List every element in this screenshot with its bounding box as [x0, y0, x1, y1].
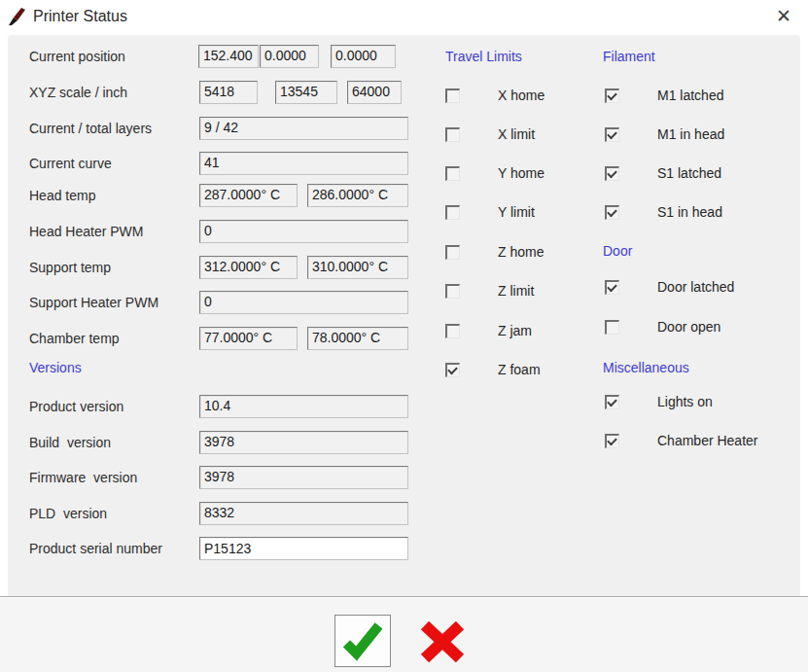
product-serial-number-input[interactable] [199, 537, 408, 560]
firmware-version-field: 3978 [199, 466, 408, 489]
product-version-label: Product version [29, 395, 123, 418]
checkbox[interactable] [605, 127, 619, 142]
checkbox-door-latched[interactable]: Door latched [605, 279, 734, 295]
checkbox[interactable] [605, 88, 619, 103]
checkbox-label: S1 in head [657, 204, 722, 220]
chamber-temp-label: Chamber temp [29, 327, 120, 350]
checkbox[interactable] [445, 363, 460, 377]
checkbox-door-open[interactable]: Door open [605, 319, 720, 335]
checkbox[interactable] [605, 320, 619, 335]
head-temp-label: Head temp [29, 184, 95, 207]
checkbox-label: S1 latched [657, 165, 721, 181]
row-pld-version: PLD version 8332 [8, 502, 455, 525]
ok-button[interactable] [334, 615, 391, 667]
miscellaneous-header: Miscellaneous [603, 360, 689, 375]
green-checkmark-icon [340, 619, 385, 663]
checkbox-label: Y limit [498, 204, 535, 220]
footer-bar [0, 596, 808, 672]
checkbox-label: X limit [498, 126, 535, 142]
filament-header: Filament [603, 49, 655, 64]
checkbox[interactable] [605, 395, 619, 409]
checkbox-m1-latched[interactable]: M1 latched [605, 88, 723, 103]
close-icon[interactable]: ✕ [771, 3, 796, 30]
checkbox-m1-in-head[interactable]: M1 in head [605, 126, 724, 142]
head-temp-actual-field: 286.0000° C [307, 184, 408, 207]
row-head-heater-pwm: Head Heater PWM 0 [8, 220, 455, 243]
row-xyz-scale: XYZ scale / inch 5418 13545 64000 [8, 81, 455, 104]
checkbox-lights-on[interactable]: Lights on [605, 394, 713, 409]
checkbox-x-home[interactable]: X home [445, 88, 545, 103]
checkbox[interactable] [445, 284, 460, 299]
row-support-temp: Support temp 312.0000° C 310.0000° C [8, 256, 455, 279]
checkbox-s1-latched[interactable]: S1 latched [605, 165, 721, 181]
chamber-temp-setpoint-field: 77.0000° C [199, 327, 298, 350]
row-product-serial-number: Product serial number [8, 537, 455, 560]
row-layers: Current / total layers 9 / 42 [8, 117, 455, 140]
row-head-temp: Head temp 287.0000° C 286.0000° C [8, 184, 455, 207]
travel-limits-header: Travel Limits [445, 49, 522, 64]
product-version-field: 10.4 [199, 395, 408, 418]
row-current-curve: Current curve 41 [8, 152, 455, 175]
checkbox-z-foam[interactable]: Z foam [445, 362, 541, 377]
versions-header: Versions [29, 360, 82, 375]
window-title: Printer Status [33, 0, 127, 33]
red-x-icon [418, 620, 467, 663]
checkbox[interactable] [445, 324, 460, 338]
checkbox-label: Z jam [498, 323, 532, 338]
checkbox-z-home[interactable]: Z home [445, 244, 544, 260]
checkbox-label: X home [498, 88, 545, 103]
layers-label: Current / total layers [29, 117, 152, 140]
chamber-temp-actual-field: 78.0000° C [307, 327, 408, 350]
support-temp-setpoint-field: 312.0000° C [199, 256, 298, 279]
checkbox-label: M1 latched [657, 88, 723, 103]
checkbox-label: Z home [498, 244, 544, 260]
support-temp-actual-field: 310.0000° C [307, 256, 408, 279]
cancel-button[interactable] [414, 619, 471, 665]
checkbox-label: Z limit [498, 283, 534, 299]
checkbox-y-limit[interactable]: Y limit [445, 204, 535, 220]
checkbox[interactable] [605, 166, 619, 181]
checkbox-label: Lights on [657, 394, 713, 409]
head-heater-pwm-field: 0 [199, 220, 408, 243]
checkbox-label: M1 in head [657, 126, 724, 142]
title-bar: Printer Status ✕ [0, 0, 808, 35]
firmware-version-label: Firmware version [29, 466, 137, 489]
door-header: Door [603, 243, 632, 259]
checkbox[interactable] [445, 245, 460, 260]
checkbox[interactable] [445, 127, 460, 142]
app-icon [8, 7, 27, 26]
checkbox-y-home[interactable]: Y home [445, 165, 545, 181]
xyz-scale-label: XYZ scale / inch [29, 81, 127, 104]
checkbox[interactable] [605, 434, 619, 448]
current-position-x-field: 152.400 [198, 45, 259, 68]
checkbox[interactable] [445, 166, 460, 181]
row-support-heater-pwm: Support Heater PWM 0 [8, 291, 455, 314]
product-serial-number-label: Product serial number [29, 537, 162, 560]
support-temp-label: Support temp [29, 256, 111, 279]
checkbox-x-limit[interactable]: X limit [445, 126, 535, 142]
build-version-field: 3978 [199, 431, 408, 454]
current-curve-label: Current curve [29, 152, 112, 175]
y-scale-field: 13545 [275, 81, 337, 104]
pld-version-label: PLD version [29, 502, 107, 525]
head-heater-pwm-label: Head Heater PWM [29, 220, 143, 243]
checkbox-label: Chamber Heater [657, 433, 758, 448]
row-chamber-temp: Chamber temp 77.0000° C 78.0000° C [8, 327, 455, 350]
support-heater-pwm-label: Support Heater PWM [29, 291, 158, 314]
current-position-label: Current position [29, 45, 125, 68]
checkbox[interactable] [445, 205, 460, 220]
z-scale-field: 64000 [347, 81, 402, 104]
checkbox-label: Door open [657, 319, 720, 335]
checkbox[interactable] [605, 280, 619, 295]
checkbox-z-jam[interactable]: Z jam [445, 323, 532, 338]
checkbox-chamber-heater[interactable]: Chamber Heater [605, 433, 758, 448]
current-position-z-field: 0.0000 [331, 45, 396, 68]
checkbox-z-limit[interactable]: Z limit [445, 283, 534, 299]
row-product-version: Product version 10.4 [8, 395, 455, 418]
build-version-label: Build version [29, 431, 111, 454]
checkbox[interactable] [445, 88, 460, 103]
pld-version-field: 8332 [199, 502, 408, 525]
checkbox-s1-in-head[interactable]: S1 in head [605, 204, 722, 220]
checkbox-label: Door latched [657, 279, 734, 295]
checkbox[interactable] [605, 205, 619, 220]
